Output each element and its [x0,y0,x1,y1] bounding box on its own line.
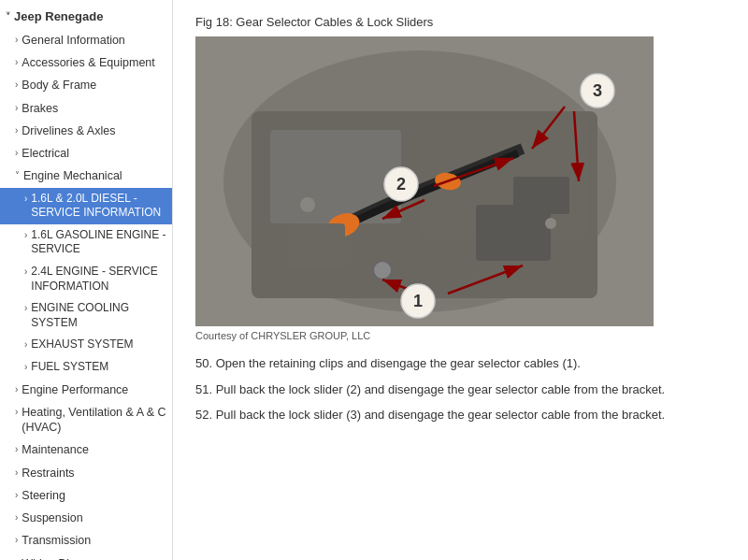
sidebar-item-1-6-gasoline[interactable]: ›1.6L GASOLINE ENGINE - SERVICE [0,224,172,261]
engine-cooling-label: ENGINE COOLING SYSTEM [31,301,166,330]
transmission-label: Transmission [22,533,91,548]
step-51: 51. Pull back the lock slider (2) and di… [195,381,726,399]
engine-mechanical-chevron-icon: ˅ [15,169,20,181]
sidebar-item-fuel[interactable]: ›FUEL SYSTEM [0,356,172,379]
drivelines-label: Drivelines & Axles [22,123,115,138]
1-6-gasoline-chevron-icon: › [24,229,27,241]
sidebar-item-general-info[interactable]: ›General Information [0,29,172,51]
1-6-2-0-diesel-chevron-icon: › [24,193,27,205]
sidebar-item-accessories[interactable]: ›Accessories & Equipment [0,51,172,74]
svg-text:2: 2 [396,175,406,194]
2-4-engine-chevron-icon: › [24,266,27,278]
sidebar-item-steering[interactable]: ›Steering [0,484,172,507]
diagram-image: 1 2 3 [195,36,654,326]
sidebar-item-body-frame[interactable]: ›Body & Frame [0,74,172,96]
engine-performance-chevron-icon: › [15,383,18,395]
accessories-label: Accessories & Equipment [22,55,154,70]
sidebar-item-restraints[interactable]: ›Restraints [0,462,172,484]
1-6-gasoline-label: 1.6L GASOLINE ENGINE - SERVICE [31,228,166,257]
sidebar-item-exhaust[interactable]: ›EXHAUST SYSTEM [0,334,172,356]
maintenance-label: Maintenance [22,442,89,457]
brakes-chevron-icon: › [15,102,18,114]
svg-text:1: 1 [413,292,423,310]
sidebar-item-electrical[interactable]: ›Electrical [0,142,172,165]
sidebar-item-hvac[interactable]: ›Heating, Ventilation & A & C (HVAC) [0,401,172,439]
sidebar-item-engine-cooling[interactable]: ›ENGINE COOLING SYSTEM [0,297,172,334]
sidebar-item-wiring[interactable]: ›Wiring Diagrams [0,553,172,560]
courtesy-text: Courtesy of CHRYSLER GROUP, LLC [195,330,726,341]
svg-text:3: 3 [593,81,602,100]
sidebar-root[interactable]: ˅ Jeep Renegade [0,6,172,29]
general-info-label: General Information [22,33,124,48]
1-6-2-0-diesel-label: 1.6L & 2.0L DIESEL - SERVICE INFORMATION [31,192,166,221]
step-52: 52. Pull back the lock slider (3) and di… [195,406,726,424]
electrical-chevron-icon: › [15,147,18,159]
sidebar-item-drivelines[interactable]: ›Drivelines & Axles [0,120,172,142]
step-50: 50. Open the retaining clips and disenga… [195,354,726,373]
svg-point-12 [373,261,392,280]
exhaust-label: EXHAUST SYSTEM [31,337,133,352]
maintenance-chevron-icon: › [15,443,18,455]
sidebar-item-1-6-2-0-diesel[interactable]: ›1.6L & 2.0L DIESEL - SERVICE INFORMATIO… [0,188,172,224]
general-info-chevron-icon: › [15,34,18,46]
engine-mechanical-label: Engine Mechanical [23,168,122,183]
fuel-label: FUEL SYSTEM [31,360,108,375]
hvac-label: Heating, Ventilation & A & C (HVAC) [22,405,166,436]
electrical-label: Electrical [22,146,69,161]
transmission-chevron-icon: › [15,534,18,546]
sidebar-item-suspension[interactable]: ›Suspension [0,507,172,529]
fig-caption: Fig 18: Gear Selector Cables & Lock Slid… [195,15,726,29]
body-frame-chevron-icon: › [15,79,18,91]
fuel-chevron-icon: › [24,361,27,373]
steering-label: Steering [22,488,65,503]
sidebar: ˅ Jeep Renegade ›General Information›Acc… [0,0,173,560]
accessories-chevron-icon: › [15,56,18,68]
2-4-engine-label: 2.4L ENGINE - SERVICE INFORMATION [31,265,166,294]
drivelines-chevron-icon: › [15,124,18,136]
svg-point-10 [300,197,315,212]
suspension-chevron-icon: › [15,511,18,524]
steps-container: 50. Open the retaining clips and disenga… [195,354,726,424]
body-frame-label: Body & Frame [22,78,96,93]
root-chevron-icon: ˅ [6,10,10,22]
wiring-label: Wiring Diagrams [22,556,108,560]
restraints-chevron-icon: › [15,467,18,479]
svg-point-11 [545,218,556,229]
wiring-chevron-icon: › [15,557,18,560]
sidebar-item-engine-mechanical[interactable]: ˅Engine Mechanical [0,165,172,187]
hvac-chevron-icon: › [15,406,18,418]
sidebar-item-transmission[interactable]: ›Transmission [0,529,172,552]
exhaust-chevron-icon: › [24,338,27,351]
brakes-label: Brakes [22,101,58,116]
sidebar-item-brakes[interactable]: ›Brakes [0,97,172,120]
steering-chevron-icon: › [15,489,18,501]
svg-rect-9 [289,223,345,270]
main-content: Fig 18: Gear Selector Cables & Lock Slid… [173,0,748,560]
engine-performance-label: Engine Performance [22,382,128,397]
restraints-label: Restraints [22,466,74,481]
sidebar-item-maintenance[interactable]: ›Maintenance [0,438,172,461]
engine-cooling-chevron-icon: › [24,302,27,314]
sidebar-item-2-4-engine[interactable]: ›2.4L ENGINE - SERVICE INFORMATION [0,261,172,297]
sidebar-item-engine-performance[interactable]: ›Engine Performance [0,379,172,401]
svg-rect-13 [513,177,569,214]
suspension-label: Suspension [22,510,82,525]
